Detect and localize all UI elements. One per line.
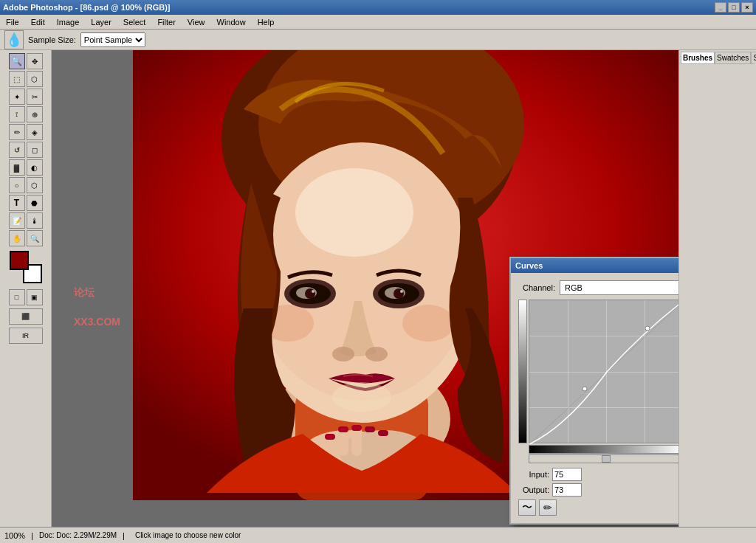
menu-item-image[interactable]: Image [54, 17, 83, 27]
curves-dialog-title: Curves [515, 261, 543, 270]
menu-item-window[interactable]: Window [214, 17, 249, 27]
curves-left-panel: Channel: RGB Red Green Blue [518, 280, 678, 516]
menu-item-file[interactable]: File [3, 17, 22, 27]
slice-tool[interactable]: ⟟ [9, 106, 25, 122]
channel-select[interactable]: RGB Red Green Blue [560, 280, 678, 295]
channel-row: Channel: RGB Red Green Blue [518, 280, 678, 295]
doc-info: Doc: Doc: 2.29M/2.29M [39, 531, 117, 539]
maximize-button[interactable]: □ [728, 2, 740, 13]
curves-graph-wrapper [518, 300, 678, 463]
imageready-row: IR [9, 328, 43, 344]
zoom-tool[interactable]: 🔍 [9, 53, 25, 69]
input-value-field[interactable] [552, 468, 582, 481]
canvas-area[interactable]: 论坛 XX3.COM UiBQ.CoM Curves × Channel: RG… [52, 50, 678, 527]
right-panel: Brushes Swatches Styles [678, 50, 756, 527]
eyedropper-tool-icon: 💧 [4, 30, 24, 49]
type-tool[interactable]: T [9, 195, 25, 211]
notes-tool[interactable]: 📝 [9, 212, 25, 229]
status-separator2: | [123, 531, 125, 540]
curves-graph[interactable] [529, 300, 678, 443]
gradient-tool[interactable]: ▓ [9, 159, 25, 176]
menu-item-layer[interactable]: Layer [88, 17, 114, 27]
curves-inputs: Input: Output: 〜 ✏ [518, 468, 678, 516]
svg-rect-31 [325, 434, 335, 440]
doc-size: Doc: 2.29M/2.29M [56, 531, 117, 539]
blur-tool[interactable]: ◐ [27, 159, 43, 176]
move-tool[interactable]: ✥ [27, 53, 43, 69]
input-label: Input: [518, 470, 549, 479]
svg-point-20 [365, 347, 388, 362]
quick-mask-mode[interactable]: ▣ [27, 289, 43, 305]
tool-row-7: ▓ ◐ [9, 159, 43, 176]
curves-left-gradient-bar [518, 300, 527, 443]
menu-bar: File Edit Image Layer Select Filter View… [0, 15, 756, 30]
mode-row: □ ▣ [9, 289, 43, 305]
foreground-color[interactable] [10, 251, 29, 270]
menu-item-filter[interactable]: Filter [154, 17, 178, 27]
standard-mode[interactable]: □ [9, 289, 25, 305]
watermark-forum: 论坛 [74, 286, 94, 300]
brush-tool[interactable]: ✏ [9, 124, 25, 140]
curve-mode-button[interactable]: 〜 [518, 499, 536, 516]
gradient-scroll-bar[interactable] [529, 454, 678, 463]
tool-row-11: ✋ 🔍 [9, 230, 43, 246]
zoom-tool2[interactable]: 🔍 [27, 230, 43, 246]
color-boxes[interactable] [10, 251, 42, 283]
toolbox: 🔍 ✥ ⬚ ⬡ ✦ ✂ ⟟ ⊕ ✏ ◈ ↺ ◻ ▓ ◐ [0, 50, 52, 527]
svg-line-36 [529, 300, 678, 444]
hand-tool[interactable]: ✋ [9, 230, 25, 246]
main-area: 🔍 ✥ ⬚ ⬡ ✦ ✂ ⟟ ⊕ ✏ ◈ ↺ ◻ ▓ ◐ [0, 50, 756, 527]
jump-to-imageready[interactable]: IR [9, 328, 43, 344]
menu-item-view[interactable]: View [185, 17, 208, 27]
stamp-tool[interactable]: ◈ [27, 124, 43, 140]
svg-point-16 [394, 288, 404, 299]
eyedropper-tool[interactable]: 🌡 [27, 212, 43, 229]
heal-tool[interactable]: ⊕ [27, 106, 43, 122]
lasso-tool[interactable]: ⬡ [27, 71, 43, 87]
output-row: Output: [518, 483, 678, 497]
tool-row-8: ○ ⬡ [9, 177, 43, 193]
gradient-bar-bottom [529, 445, 678, 454]
tool-row-10: 📝 🌡 [9, 212, 43, 229]
status-separator: | [31, 531, 33, 540]
curves-svg [529, 300, 678, 444]
close-button[interactable]: × [741, 2, 753, 13]
input-row: Input: [518, 468, 678, 481]
tab-styles[interactable]: Styles [751, 52, 756, 63]
menu-item-edit[interactable]: Edit [28, 17, 48, 27]
crop-tool[interactable]: ✂ [27, 89, 43, 105]
screen-mode-toggle[interactable]: ⬛ [9, 308, 43, 325]
minimize-button[interactable]: _ [715, 2, 726, 13]
svg-point-38 [645, 326, 650, 331]
sample-size-label: Sample Size: [28, 35, 76, 44]
title-bar-controls[interactable]: _ □ × [715, 2, 753, 13]
tab-swatches[interactable]: Swatches [715, 52, 751, 63]
svg-point-17 [312, 290, 315, 293]
screen-mode-row: ⬛ [9, 308, 43, 325]
curves-titlebar[interactable]: Curves × [511, 258, 678, 273]
shape-tool[interactable]: ⬣ [27, 195, 43, 211]
dodge-tool[interactable]: ○ [9, 177, 25, 193]
pencil-mode-button[interactable]: ✏ [539, 499, 557, 516]
tool-row-3: ✦ ✂ [9, 89, 43, 105]
curves-body: Channel: RGB Red Green Blue [511, 273, 678, 523]
options-bar: 💧 Sample Size: Point Sample [0, 30, 756, 50]
path-tool[interactable]: ⬡ [27, 177, 43, 193]
tab-brushes[interactable]: Brushes [681, 52, 715, 63]
zoom-level: 100% [4, 531, 25, 540]
tool-row-6: ↺ ◻ [9, 142, 43, 158]
menu-item-help[interactable]: Help [255, 17, 278, 27]
menu-item-select[interactable]: Select [120, 17, 149, 27]
svg-point-8 [295, 168, 413, 257]
history-brush-tool[interactable]: ↺ [9, 142, 25, 158]
status-bar: 100% | Doc: Doc: 2.29M/2.29M | Click ima… [0, 527, 756, 543]
tool-row-4: ⟟ ⊕ [9, 106, 43, 122]
sample-size-select[interactable]: Point Sample [80, 32, 145, 47]
eraser-tool[interactable]: ◻ [27, 142, 43, 158]
gradient-scroll-thumb[interactable] [602, 455, 611, 463]
marquee-rect-tool[interactable]: ⬚ [9, 71, 25, 87]
svg-rect-32 [338, 426, 348, 432]
output-value-field[interactable] [552, 483, 582, 497]
curves-dialog: Curves × Channel: RGB Red Green Blue [509, 257, 678, 525]
magic-wand-tool[interactable]: ✦ [9, 89, 25, 105]
